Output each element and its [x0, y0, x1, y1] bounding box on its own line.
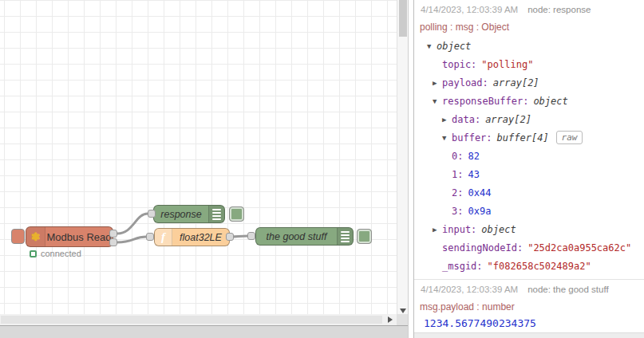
tree-value: "polling"	[481, 59, 533, 70]
debug-enable-toggle[interactable]	[229, 206, 244, 222]
tree-value: object	[481, 224, 516, 235]
debug-payload-number: 1234.5677490234375	[414, 317, 644, 333]
scrollbar-thumb[interactable]	[399, 0, 407, 37]
output-port[interactable]	[109, 230, 117, 238]
debug-sidebar: 4/14/2023, 12:03:39 AMnode: response pol…	[414, 0, 644, 338]
tree-value: 0x44	[468, 187, 491, 198]
output-port[interactable]	[226, 233, 234, 241]
debug-message: 4/14/2023, 12:03:39 AMnode: response pol…	[414, 0, 644, 279]
debug-message-header: 4/14/2023, 12:03:39 AMnode: the good stu…	[414, 285, 644, 297]
tree-key: 0:	[452, 151, 463, 162]
scroll-down-arrow-icon[interactable]	[400, 309, 406, 313]
status-text: connected	[41, 249, 81, 258]
window-bottom-edge	[0, 325, 414, 338]
tree-value: "f082658c502489a2"	[488, 261, 591, 272]
debug-sidebar-icon	[337, 228, 353, 245]
debug-message-header: 4/14/2023, 12:03:39 AMnode: response	[414, 5, 644, 18]
debug-enable-toggle[interactable]	[357, 229, 372, 244]
node-function-float32le[interactable]: f float32LE	[154, 228, 230, 246]
raw-toggle-button[interactable]: raw	[556, 131, 583, 144]
tree-value: 82	[468, 151, 479, 162]
debug-panel-footer-strip	[414, 332, 644, 338]
tree-key: topic:	[442, 59, 476, 70]
debug-message-meta: polling : msg : Object	[414, 22, 644, 34]
tree-value: object	[533, 96, 567, 107]
input-port[interactable]	[148, 210, 156, 218]
tree-key: 1:	[452, 169, 463, 180]
tree-key: _msgid:	[442, 261, 483, 272]
tree-key: 3:	[452, 206, 463, 217]
node-label: Modbus Read	[45, 231, 113, 243]
tree-value: 0x9a	[468, 206, 491, 217]
tree-row: _msgid:"f082658c502489a2"	[414, 257, 644, 275]
tree-row: 1:43	[414, 165, 644, 183]
tree-value: array[2]	[493, 77, 539, 88]
modbus-trigger-button[interactable]	[11, 229, 25, 244]
tree-key: buffer:	[452, 132, 492, 143]
tree-key: input:	[442, 224, 476, 235]
node-label: the good stuff	[256, 231, 337, 242]
scrollbar-thumb[interactable]	[1, 316, 382, 324]
node-debug-response[interactable]: response	[153, 205, 225, 223]
tree-key: sendingNodeId:	[442, 242, 523, 254]
canvas-vertical-scrollbar[interactable]	[397, 0, 408, 314]
caret-down-icon[interactable]: ▼	[427, 42, 437, 50]
caret-down-icon[interactable]: ▼	[433, 97, 442, 105]
tree-row: ▼object	[414, 37, 644, 55]
source-node-label: node: response	[527, 5, 591, 14]
tree-row: ▼buffer:buffer[4]raw	[414, 128, 644, 147]
timestamp: 4/14/2023, 12:03:39 AM	[421, 285, 518, 294]
caret-down-icon[interactable]: ▼	[442, 134, 452, 142]
scroll-right-arrow-icon[interactable]	[388, 316, 393, 323]
caret-right-icon[interactable]: ▶	[442, 116, 452, 124]
tree-value: buffer[4]	[497, 132, 549, 143]
node-red-window: ✽ Modbus Read connected response f float…	[0, 0, 644, 338]
wire[interactable]	[117, 237, 146, 242]
tree-row: 2:0x44	[414, 183, 644, 202]
timestamp: 4/14/2023, 12:03:39 AM	[421, 5, 518, 14]
tree-row: ▶data:array[2]	[414, 110, 644, 128]
modbus-gear-icon: ✽	[26, 227, 45, 246]
caret-right-icon[interactable]: ▶	[433, 226, 442, 234]
panel-splitter[interactable]	[408, 0, 414, 338]
scrollbar-corner	[397, 314, 408, 325]
input-port[interactable]	[247, 232, 255, 240]
output-port[interactable]	[109, 238, 117, 246]
tree-key: 2:	[452, 187, 463, 198]
tree-row: ▶payload:array[2]	[414, 73, 644, 92]
function-icon: f	[155, 229, 172, 246]
tree-row: 3:0x9a	[414, 202, 644, 220]
tree-key: responseBuffer:	[442, 96, 528, 107]
tree-value: "25d2ca0a955ca62c"	[527, 242, 631, 254]
debug-message: 4/14/2023, 12:03:39 AMnode: the good stu…	[414, 279, 644, 333]
caret-right-icon[interactable]: ▶	[433, 79, 442, 87]
tree-row: sendingNodeId:"25d2ca0a955ca62c"	[414, 238, 644, 257]
status-connected-icon	[30, 250, 37, 257]
tree-row: topic:"polling"	[414, 55, 644, 73]
tree-row: ▼responseBuffer:object	[414, 92, 644, 110]
input-port[interactable]	[146, 233, 154, 241]
tree-row: 0:82	[414, 147, 644, 165]
node-status: connected	[30, 249, 81, 258]
flow-canvas[interactable]: ✽ Modbus Read connected response f float…	[0, 0, 397, 314]
tree-key: data:	[452, 114, 480, 125]
node-debug-good-stuff[interactable]: the good stuff	[255, 227, 354, 246]
debug-object-tree: ▼object topic:"polling" ▶payload:array[2…	[414, 37, 644, 275]
debug-sidebar-icon	[208, 206, 224, 222]
node-modbus-read[interactable]: ✽ Modbus Read	[26, 226, 113, 247]
tree-value: 43	[468, 169, 479, 180]
debug-message-meta: msg.payload : number	[414, 301, 644, 314]
tree-value: array[2]	[485, 114, 531, 125]
wire-layer	[0, 0, 397, 314]
node-label: float32LE	[172, 232, 229, 243]
tree-row: ▶input:object	[414, 220, 644, 238]
source-node-label: node: the good stuff	[527, 285, 608, 294]
wire[interactable]	[117, 214, 148, 234]
tree-value: object	[437, 41, 471, 52]
canvas-horizontal-scrollbar[interactable]	[0, 314, 397, 325]
node-label: response	[154, 209, 208, 220]
tree-key: payload:	[442, 77, 488, 88]
